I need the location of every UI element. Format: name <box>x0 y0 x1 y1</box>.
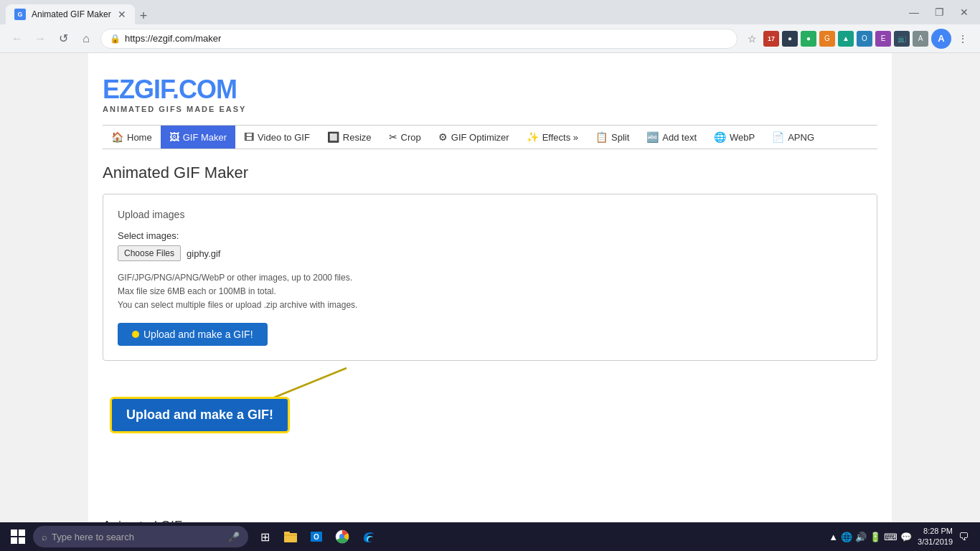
upload-legend: Upload images <box>118 209 862 220</box>
minimize-button[interactable]: — <box>903 4 925 21</box>
maximize-button[interactable]: ❐ <box>929 4 950 21</box>
nav-effects[interactable]: ✨ Effects » <box>518 126 587 149</box>
search-placeholder: Type here to search <box>52 532 134 542</box>
logo-main: EZGIF.COM <box>103 75 237 104</box>
page-title: Animated GIF Maker <box>103 164 877 182</box>
nav-apng-label: APNG <box>788 132 814 143</box>
menu-button[interactable]: ⋮ <box>954 30 971 47</box>
task-view-button[interactable]: ⊞ <box>254 526 275 547</box>
nav-video-label: Video to GIF <box>258 132 310 143</box>
nav-gif-optimizer[interactable]: ⚙ GIF Optimizer <box>430 126 518 149</box>
upload-btn-dot <box>132 331 139 338</box>
file-info: GIF/JPG/PNG/APNG/WebP or other images, u… <box>118 271 862 313</box>
volume-icon[interactable]: 🔊 <box>855 532 867 542</box>
battery-icon[interactable]: 🔋 <box>870 532 881 542</box>
split-nav-icon: 📋 <box>595 131 608 143</box>
reload-button[interactable]: ↺ <box>55 30 72 47</box>
annotation-bubble: Upload and make a GIF! <box>110 397 290 433</box>
new-tab-button[interactable]: + <box>135 7 152 24</box>
nav-apng[interactable]: 📄 APNG <box>763 126 823 149</box>
lock-icon: 🔒 <box>110 34 121 44</box>
taskbar-right: ▲ 🌐 🔊 🔋 ⌨ 💬 8:28 PM 3/31/2019 🗨 <box>829 526 974 548</box>
system-tray: ▲ 🌐 🔊 🔋 ⌨ 💬 <box>829 532 912 542</box>
clock-date: 3/31/2019 <box>918 537 953 547</box>
nav-add-text-label: Add text <box>662 132 697 143</box>
nav-resize-label: Resize <box>343 132 372 143</box>
wifi-icon[interactable]: ▲ <box>829 532 838 542</box>
ext-icon-6[interactable]: O <box>857 31 872 47</box>
taskbar: ⌕ Type here to search 🎤 ⊞ O <box>0 522 980 551</box>
nav-split[interactable]: 📋 Split <box>587 126 638 149</box>
forward-button[interactable]: → <box>32 30 49 47</box>
keyboard-icon[interactable]: ⌨ <box>884 532 897 542</box>
close-button[interactable]: ✕ <box>954 4 974 21</box>
mic-icon: 🎤 <box>228 532 240 542</box>
ext-icon-2[interactable]: ● <box>782 31 798 47</box>
effects-nav-icon: ✨ <box>527 131 539 143</box>
tab-title: Animated GIF Maker <box>32 9 111 19</box>
chat-icon[interactable]: 💬 <box>900 532 912 542</box>
svg-point-8 <box>340 534 344 539</box>
chrome-button[interactable] <box>331 526 353 547</box>
video-nav-icon: 🎞 <box>244 131 254 143</box>
start-button[interactable] <box>6 524 30 549</box>
url-text: https://ezgif.com/maker <box>125 33 221 44</box>
profile-icon[interactable]: A <box>931 29 951 49</box>
choose-files-button[interactable]: Choose Files <box>118 245 181 261</box>
address-bar: ← → ↺ ⌂ 🔒 https://ezgif.com/maker ☆ 17 ●… <box>0 24 980 53</box>
ext-icon-5[interactable]: ▲ <box>838 31 854 47</box>
ext-icon-8[interactable]: 📺 <box>894 31 910 47</box>
annotation-area: Upload and make a GIF! <box>103 375 877 454</box>
nav-crop[interactable]: ✂ Crop <box>380 126 430 149</box>
taskbar-search[interactable]: ⌕ Type here to search 🎤 <box>33 526 248 547</box>
crop-nav-icon: ✂ <box>389 131 397 143</box>
content-wrapper: EZGIF.COM ANIMATED GIFS MADE EASY 🏠 Home… <box>88 53 892 522</box>
edge-button[interactable] <box>357 526 379 547</box>
upload-btn[interactable]: Upload and make a GIF! <box>118 323 268 346</box>
logo-subtitle: ANIMATED GIFS MADE EASY <box>103 105 877 113</box>
search-icon: ⌕ <box>42 532 47 542</box>
bookmark-icon[interactable]: ☆ <box>743 30 760 47</box>
nav-webp[interactable]: 🌐 WebP <box>705 126 763 149</box>
svg-text:O: O <box>314 533 319 541</box>
nav-add-text[interactable]: 🔤 Add text <box>638 126 705 149</box>
address-input[interactable]: 🔒 https://ezgif.com/maker <box>100 29 738 49</box>
nav-resize[interactable]: 🔲 Resize <box>319 126 380 149</box>
ext-icon-1[interactable]: 17 <box>763 31 779 47</box>
animated-gif-section: Animated GIF: <box>103 512 877 522</box>
nav-gif-maker[interactable]: 🖼 GIF Maker <box>161 126 235 149</box>
taskbar-icons: ⊞ O <box>254 526 379 547</box>
home-button[interactable]: ⌂ <box>77 30 95 47</box>
ext-icon-4[interactable]: G <box>819 31 835 47</box>
nav-optimizer-label: GIF Optimizer <box>451 132 509 143</box>
notification-icon[interactable]: 🗨 <box>958 531 969 542</box>
browser-toolbar: ☆ 17 ● ● G ▲ O E 📺 A A ⋮ <box>743 29 971 49</box>
windows-logo <box>11 529 25 544</box>
window-controls: — ❐ ✕ <box>903 4 974 21</box>
upload-box: Upload images Select images: Choose File… <box>103 194 877 361</box>
select-images-label: Select images: <box>118 230 862 241</box>
ext-icon-9[interactable]: A <box>913 31 928 47</box>
active-tab[interactable]: G Animated GIF Maker ✕ <box>6 4 135 24</box>
nav-video-to-gif[interactable]: 🎞 Video to GIF <box>235 126 319 149</box>
tab-favicon: G <box>14 9 26 20</box>
nav-home[interactable]: 🏠 Home <box>103 126 161 149</box>
outlook-button[interactable]: O <box>306 526 327 547</box>
ext-icon-7[interactable]: E <box>875 31 891 47</box>
gif-maker-nav-icon: 🖼 <box>169 131 179 143</box>
network-icon[interactable]: 🌐 <box>841 532 852 542</box>
nav-split-label: Split <box>611 132 629 143</box>
svg-rect-3 <box>284 532 290 534</box>
file-input-row: Choose Files giphy.gif <box>118 245 862 261</box>
back-button[interactable]: ← <box>9 30 26 47</box>
title-bar: G Animated GIF Maker ✕ + — ❐ ✕ <box>0 0 980 24</box>
tab-close-button[interactable]: ✕ <box>118 9 126 19</box>
home-nav-icon: 🏠 <box>111 131 123 143</box>
apng-nav-icon: 📄 <box>772 131 784 143</box>
resize-nav-icon: 🔲 <box>327 131 339 143</box>
upload-btn-label: Upload and make a GIF! <box>143 329 253 340</box>
file-info-line2: Max file size 6MB each or 100MB in total… <box>118 285 862 298</box>
file-explorer-button[interactable] <box>280 526 301 547</box>
ext-icon-3[interactable]: ● <box>801 31 816 47</box>
clock[interactable]: 8:28 PM 3/31/2019 <box>918 526 953 548</box>
